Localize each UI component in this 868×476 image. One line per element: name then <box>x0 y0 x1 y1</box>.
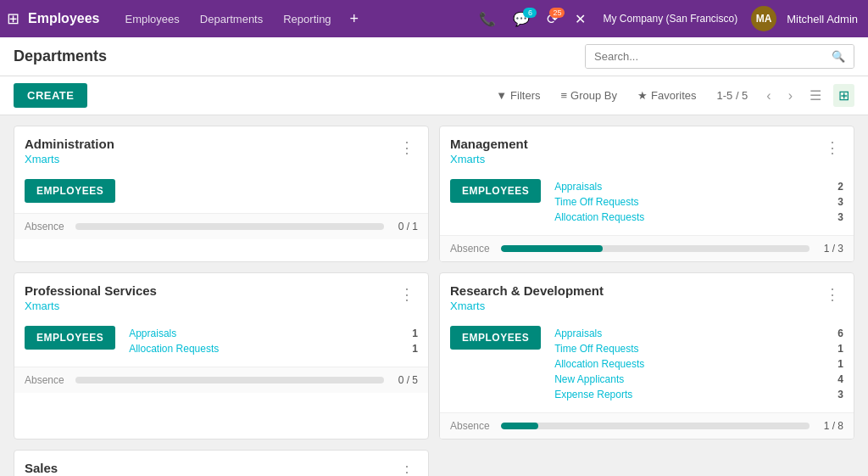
stat-row: Allocation Requests 3 <box>554 210 843 225</box>
card-header: Research & Development Xmarts ⋮ <box>440 273 854 319</box>
card-header: Sales ⋮ <box>14 451 428 476</box>
absence-progress-bg <box>75 223 384 230</box>
absence-label: Absence <box>25 221 67 232</box>
avatar[interactable]: MA <box>751 6 776 31</box>
absence-label: Absence <box>450 420 492 432</box>
chat-icon[interactable]: 💬 6 <box>506 8 537 31</box>
absence-progress-bg <box>501 423 810 429</box>
stat-label[interactable]: Expense Reports <box>554 389 632 400</box>
search-icon[interactable]: 🔍 <box>823 45 854 68</box>
department-company: Xmarts <box>25 153 114 165</box>
search-input[interactable] <box>586 45 823 68</box>
department-name: Sales <box>25 461 58 475</box>
absence-label: Absence <box>450 243 492 255</box>
kanban-view-button[interactable]: ⊞ <box>833 84 854 107</box>
card-menu-icon[interactable]: ⋮ <box>396 137 418 159</box>
stat-label[interactable]: Allocation Requests <box>554 358 644 370</box>
list-view-button[interactable]: ☰ <box>804 84 826 107</box>
toolbar: CREATE ▼ Filters ≡ Group By ★ Favorites … <box>0 76 868 115</box>
stat-row: Expense Reports 3 <box>554 387 843 402</box>
stat-label[interactable]: Appraisals <box>129 328 176 339</box>
stat-row: Time Off Requests 1 <box>554 341 843 356</box>
refresh-badge: 25 <box>549 8 565 18</box>
phone-icon[interactable]: 📞 <box>472 8 503 31</box>
employees-button[interactable]: EMPLOYEES <box>25 179 115 203</box>
user-name: Mitchell Admin <box>783 9 861 29</box>
tools-icon[interactable]: ✕ <box>568 8 593 31</box>
groupby-icon: ≡ <box>561 89 568 102</box>
company-name: My Company (San Francisco) <box>596 9 744 28</box>
refresh-icon[interactable]: ⟳ 25 <box>540 8 565 31</box>
absence-label: Absence <box>25 374 67 386</box>
card-footer: Absence 0 / 1 <box>14 213 428 239</box>
card-title-group: Professional Services Xmarts <box>25 283 157 312</box>
department-name: Management <box>450 137 528 151</box>
absence-count: 1 / 8 <box>818 420 843 432</box>
page-title: Departments <box>14 48 107 65</box>
department-name: Administration <box>25 137 114 151</box>
pagination-info: 1-5 / 5 <box>709 89 754 102</box>
stat-label[interactable]: Time Off Requests <box>554 196 638 208</box>
nav-employees[interactable]: Employees <box>116 9 187 29</box>
filters-button[interactable]: ▼ Filters <box>489 86 547 105</box>
absence-count: 0 / 1 <box>392 221 418 232</box>
add-menu-icon[interactable]: + <box>343 7 366 31</box>
card-menu-icon[interactable]: ⋮ <box>396 461 418 476</box>
prev-page-button[interactable]: ‹ <box>761 85 776 107</box>
stat-value: 4 <box>837 373 843 385</box>
stat-value: 1 <box>412 328 418 339</box>
employees-button[interactable]: EMPLOYEES <box>450 179 541 203</box>
search-bar: 🔍 <box>585 44 854 69</box>
stat-label[interactable]: Appraisals <box>554 328 602 339</box>
stat-value: 1 <box>837 358 843 370</box>
nav-reporting[interactable]: Reporting <box>275 9 339 29</box>
filter-icon: ▼ <box>496 89 507 102</box>
app-title: Employees <box>28 11 99 26</box>
card-menu-icon[interactable]: ⋮ <box>396 283 418 305</box>
stat-label[interactable]: Appraisals <box>554 181 602 193</box>
favorites-button[interactable]: ★ Favorites <box>631 86 703 105</box>
card-body: EMPLOYEES Appraisals 1 Allocation Reques… <box>14 319 428 367</box>
nav-departments[interactable]: Departments <box>192 9 271 29</box>
stat-value: 3 <box>837 196 843 208</box>
card-body: EMPLOYEES Appraisals 2 Time Off Requests… <box>440 172 854 235</box>
card-title-group: Sales <box>25 461 58 475</box>
card-title-group: Research & Development Xmarts <box>450 283 604 312</box>
groupby-button[interactable]: ≡ Group By <box>554 86 625 105</box>
stat-row: Allocation Requests 1 <box>129 341 418 356</box>
department-card: Management Xmarts ⋮ EMPLOYEES Appraisals… <box>439 126 854 262</box>
absence-count: 1 / 3 <box>818 243 843 255</box>
employees-button[interactable]: EMPLOYEES <box>25 326 115 350</box>
grid-icon[interactable]: ⊞ <box>7 9 19 28</box>
card-stats: Appraisals 1 Allocation Requests 1 <box>129 326 418 356</box>
create-button[interactable]: CREATE <box>14 83 87 108</box>
card-header: Administration Xmarts ⋮ <box>14 126 428 172</box>
departments-grid: Administration Xmarts ⋮ EMPLOYEES Absenc… <box>14 126 854 476</box>
absence-progress-bg <box>501 245 810 252</box>
stat-label[interactable]: Allocation Requests <box>554 211 644 223</box>
card-menu-icon[interactable]: ⋮ <box>821 283 843 305</box>
cards-area: Administration Xmarts ⋮ EMPLOYEES Absenc… <box>0 115 868 476</box>
star-icon: ★ <box>637 89 648 102</box>
stat-label[interactable]: New Applicants <box>554 373 624 385</box>
stat-value: 1 <box>837 343 843 355</box>
absence-progress-bg <box>75 377 384 384</box>
stat-row: New Applicants 4 <box>554 372 843 387</box>
department-company: Xmarts <box>450 153 528 165</box>
stat-value: 1 <box>412 343 418 355</box>
stat-value: 6 <box>837 328 843 339</box>
stat-row: Appraisals 2 <box>554 179 843 194</box>
stat-label[interactable]: Time Off Requests <box>554 343 638 355</box>
department-card: Research & Development Xmarts ⋮ EMPLOYEE… <box>439 272 854 440</box>
card-menu-icon[interactable]: ⋮ <box>821 137 843 159</box>
employees-button[interactable]: EMPLOYEES <box>450 326 541 350</box>
stat-value: 3 <box>837 211 843 223</box>
next-page-button[interactable]: › <box>783 85 798 107</box>
stat-value: 2 <box>837 181 843 193</box>
stat-row: Appraisals 1 <box>129 326 418 341</box>
absence-count: 0 / 5 <box>392 374 418 386</box>
stat-label[interactable]: Allocation Requests <box>129 343 219 355</box>
card-stats: Appraisals 2 Time Off Requests 3 Allocat… <box>554 179 843 225</box>
department-company: Xmarts <box>450 300 604 312</box>
page-content: Departments 🔍 CREATE ▼ Filters ≡ Group B… <box>0 37 868 476</box>
